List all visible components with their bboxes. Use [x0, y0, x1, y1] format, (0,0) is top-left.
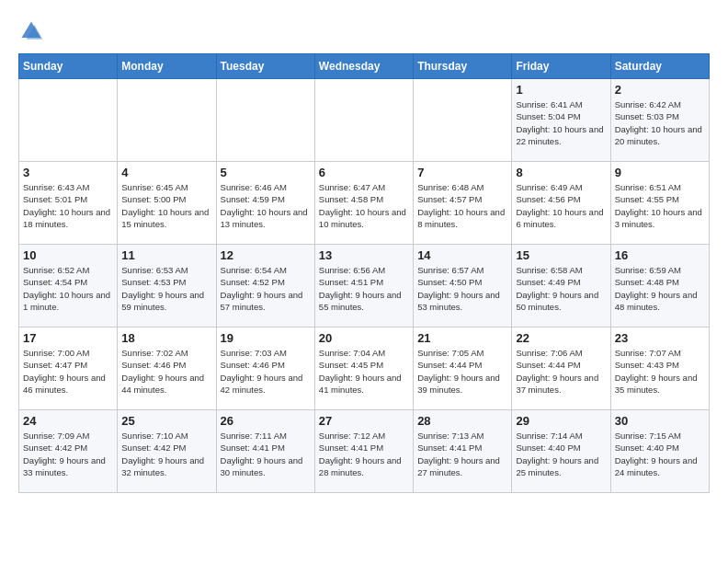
day-info: Sunrise: 7:10 AM Sunset: 4:42 PM Dayligh…	[121, 430, 211, 478]
calendar-cell: 28Sunrise: 7:13 AM Sunset: 4:41 PM Dayli…	[414, 410, 512, 493]
logo-icon	[18, 18, 44, 44]
calendar-cell	[19, 79, 118, 162]
day-info: Sunrise: 6:43 AM Sunset: 5:01 PM Dayligh…	[23, 181, 113, 230]
day-info: Sunrise: 7:03 AM Sunset: 4:46 PM Dayligh…	[221, 347, 311, 396]
day-number: 30	[615, 414, 705, 428]
calendar-cell: 3Sunrise: 6:43 AM Sunset: 5:01 PM Daylig…	[19, 162, 118, 245]
day-number: 12	[221, 248, 311, 262]
calendar-cell: 29Sunrise: 7:14 AM Sunset: 4:40 PM Dayli…	[512, 410, 610, 493]
day-number: 25	[121, 414, 211, 428]
day-info: Sunrise: 7:12 AM Sunset: 4:41 PM Dayligh…	[319, 430, 409, 478]
day-info: Sunrise: 7:06 AM Sunset: 4:44 PM Dayligh…	[516, 347, 606, 396]
day-number: 7	[417, 166, 507, 179]
day-info: Sunrise: 6:52 AM Sunset: 4:54 PM Dayligh…	[23, 264, 113, 313]
day-info: Sunrise: 6:42 AM Sunset: 5:03 PM Dayligh…	[615, 98, 705, 147]
day-number: 8	[516, 166, 606, 179]
calendar-header: SundayMondayTuesdayWednesdayThursdayFrid…	[19, 54, 710, 79]
calendar-cell	[118, 79, 216, 162]
calendar-cell: 21Sunrise: 7:05 AM Sunset: 4:44 PM Dayli…	[414, 327, 512, 410]
calendar-cell	[216, 79, 314, 162]
day-number: 13	[319, 248, 409, 262]
calendar-cell: 9Sunrise: 6:51 AM Sunset: 4:55 PM Daylig…	[610, 162, 709, 245]
day-number: 17	[23, 331, 113, 345]
weekday-header-saturday: Saturday	[610, 54, 709, 79]
calendar-week-3: 10Sunrise: 6:52 AM Sunset: 4:54 PM Dayli…	[19, 245, 710, 327]
day-info: Sunrise: 7:15 AM Sunset: 4:40 PM Dayligh…	[615, 430, 705, 478]
calendar-cell: 10Sunrise: 6:52 AM Sunset: 4:54 PM Dayli…	[19, 245, 118, 327]
day-number: 14	[417, 248, 507, 262]
day-info: Sunrise: 7:14 AM Sunset: 4:40 PM Dayligh…	[516, 430, 606, 478]
day-number: 4	[121, 166, 211, 179]
day-number: 27	[319, 414, 409, 428]
calendar-cell	[314, 79, 413, 162]
calendar-table: SundayMondayTuesdayWednesdayThursdayFrid…	[18, 53, 710, 493]
day-info: Sunrise: 7:11 AM Sunset: 4:41 PM Dayligh…	[221, 430, 311, 478]
day-number: 15	[516, 248, 606, 262]
day-info: Sunrise: 6:57 AM Sunset: 4:50 PM Dayligh…	[417, 264, 507, 313]
calendar-cell: 14Sunrise: 6:57 AM Sunset: 4:50 PM Dayli…	[414, 245, 512, 327]
day-number: 22	[516, 331, 606, 345]
calendar-week-5: 24Sunrise: 7:09 AM Sunset: 4:42 PM Dayli…	[19, 410, 710, 493]
day-info: Sunrise: 7:09 AM Sunset: 4:42 PM Dayligh…	[23, 430, 113, 478]
calendar-cell: 6Sunrise: 6:47 AM Sunset: 4:58 PM Daylig…	[314, 162, 413, 245]
day-number: 16	[615, 248, 705, 262]
calendar-week-1: 1Sunrise: 6:41 AM Sunset: 5:04 PM Daylig…	[19, 79, 710, 162]
calendar-cell: 13Sunrise: 6:56 AM Sunset: 4:51 PM Dayli…	[314, 245, 413, 327]
day-number: 24	[23, 414, 113, 428]
day-number: 29	[516, 414, 606, 428]
day-number: 19	[221, 331, 311, 345]
day-info: Sunrise: 6:48 AM Sunset: 4:57 PM Dayligh…	[417, 181, 507, 230]
page-header	[18, 18, 710, 44]
calendar-cell: 15Sunrise: 6:58 AM Sunset: 4:49 PM Dayli…	[512, 245, 610, 327]
calendar-cell: 23Sunrise: 7:07 AM Sunset: 4:43 PM Dayli…	[610, 327, 709, 410]
day-number: 23	[615, 331, 705, 345]
weekday-header-wednesday: Wednesday	[314, 54, 413, 79]
calendar-week-2: 3Sunrise: 6:43 AM Sunset: 5:01 PM Daylig…	[19, 162, 710, 245]
day-info: Sunrise: 6:45 AM Sunset: 5:00 PM Dayligh…	[121, 181, 211, 230]
day-info: Sunrise: 6:41 AM Sunset: 5:04 PM Dayligh…	[516, 98, 606, 147]
calendar-cell: 1Sunrise: 6:41 AM Sunset: 5:04 PM Daylig…	[512, 79, 610, 162]
day-info: Sunrise: 7:05 AM Sunset: 4:44 PM Dayligh…	[417, 347, 507, 396]
calendar-cell: 16Sunrise: 6:59 AM Sunset: 4:48 PM Dayli…	[610, 245, 709, 327]
day-number: 21	[417, 331, 507, 345]
day-info: Sunrise: 6:58 AM Sunset: 4:49 PM Dayligh…	[516, 264, 606, 313]
calendar-cell: 17Sunrise: 7:00 AM Sunset: 4:47 PM Dayli…	[19, 327, 118, 410]
day-info: Sunrise: 7:13 AM Sunset: 4:41 PM Dayligh…	[417, 430, 507, 478]
calendar-cell: 4Sunrise: 6:45 AM Sunset: 5:00 PM Daylig…	[118, 162, 216, 245]
day-info: Sunrise: 6:51 AM Sunset: 4:55 PM Dayligh…	[615, 181, 705, 230]
day-number: 28	[417, 414, 507, 428]
calendar-cell: 19Sunrise: 7:03 AM Sunset: 4:46 PM Dayli…	[216, 327, 314, 410]
day-info: Sunrise: 7:00 AM Sunset: 4:47 PM Dayligh…	[23, 347, 113, 396]
day-info: Sunrise: 6:53 AM Sunset: 4:53 PM Dayligh…	[121, 264, 211, 313]
day-number: 3	[23, 166, 113, 179]
day-number: 10	[23, 248, 113, 262]
day-number: 26	[221, 414, 311, 428]
calendar-cell	[414, 79, 512, 162]
day-info: Sunrise: 6:46 AM Sunset: 4:59 PM Dayligh…	[221, 181, 311, 230]
calendar-cell: 5Sunrise: 6:46 AM Sunset: 4:59 PM Daylig…	[216, 162, 314, 245]
calendar-cell: 24Sunrise: 7:09 AM Sunset: 4:42 PM Dayli…	[19, 410, 118, 493]
weekday-header-friday: Friday	[512, 54, 610, 79]
weekday-header-sunday: Sunday	[19, 54, 118, 79]
calendar-cell: 22Sunrise: 7:06 AM Sunset: 4:44 PM Dayli…	[512, 327, 610, 410]
day-info: Sunrise: 7:07 AM Sunset: 4:43 PM Dayligh…	[615, 347, 705, 396]
day-info: Sunrise: 6:56 AM Sunset: 4:51 PM Dayligh…	[319, 264, 409, 313]
calendar-cell: 25Sunrise: 7:10 AM Sunset: 4:42 PM Dayli…	[118, 410, 216, 493]
calendar-cell: 11Sunrise: 6:53 AM Sunset: 4:53 PM Dayli…	[118, 245, 216, 327]
day-number: 6	[319, 166, 409, 179]
day-info: Sunrise: 6:47 AM Sunset: 4:58 PM Dayligh…	[319, 181, 409, 230]
calendar-week-4: 17Sunrise: 7:00 AM Sunset: 4:47 PM Dayli…	[19, 327, 710, 410]
calendar-cell: 30Sunrise: 7:15 AM Sunset: 4:40 PM Dayli…	[610, 410, 709, 493]
weekday-header-monday: Monday	[118, 54, 216, 79]
day-number: 1	[516, 83, 606, 97]
day-number: 11	[121, 248, 211, 262]
calendar-cell: 7Sunrise: 6:48 AM Sunset: 4:57 PM Daylig…	[414, 162, 512, 245]
day-number: 5	[221, 166, 311, 179]
day-info: Sunrise: 7:04 AM Sunset: 4:45 PM Dayligh…	[319, 347, 409, 396]
calendar-cell: 12Sunrise: 6:54 AM Sunset: 4:52 PM Dayli…	[216, 245, 314, 327]
calendar-cell: 18Sunrise: 7:02 AM Sunset: 4:46 PM Dayli…	[118, 327, 216, 410]
calendar-cell: 27Sunrise: 7:12 AM Sunset: 4:41 PM Dayli…	[314, 410, 413, 493]
logo	[18, 18, 48, 44]
calendar-cell: 20Sunrise: 7:04 AM Sunset: 4:45 PM Dayli…	[314, 327, 413, 410]
day-info: Sunrise: 6:59 AM Sunset: 4:48 PM Dayligh…	[615, 264, 705, 313]
